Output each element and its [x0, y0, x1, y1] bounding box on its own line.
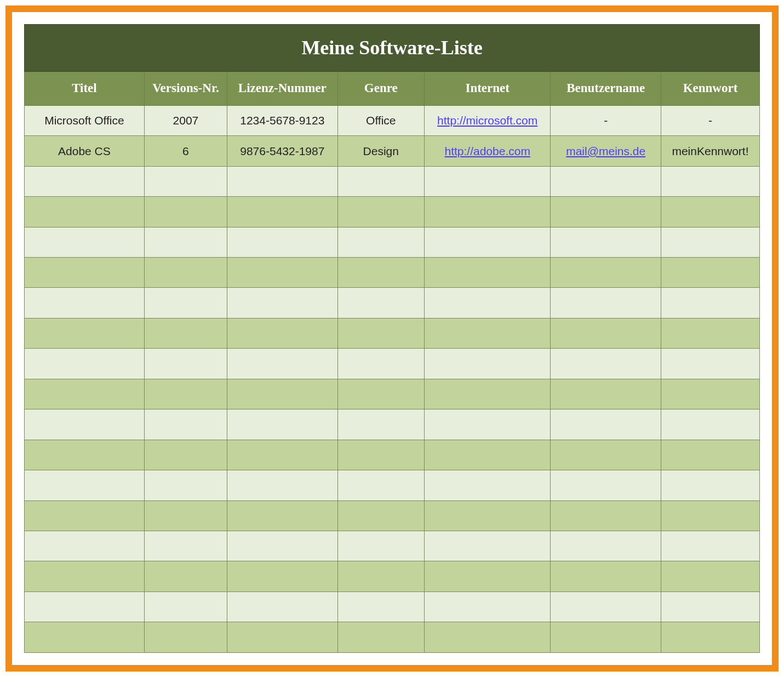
cell-internet: http://adobe.com	[424, 136, 550, 166]
table-row	[25, 379, 760, 409]
software-list-table: Meine Software-Liste Titel Versions-Nr. …	[24, 24, 760, 653]
table-row: Microsoft Office 2007 1234-5678-9123 Off…	[25, 105, 760, 135]
cell-kennwort: meinKennwort!	[661, 136, 759, 166]
col-header-lizenz: Lizenz-Nummer	[227, 71, 338, 105]
cell-benutzer: -	[551, 105, 661, 135]
cell-genre: Design	[337, 136, 424, 166]
col-header-kennwort: Kennwort	[661, 71, 759, 105]
table-title: Meine Software-Liste	[25, 25, 760, 72]
table-row	[25, 470, 760, 500]
table-row	[25, 166, 760, 196]
table-row	[25, 622, 760, 653]
table-row	[25, 531, 760, 561]
table-row	[25, 591, 760, 622]
cell-version: 2007	[144, 105, 227, 135]
cell-titel: Microsoft Office	[25, 105, 145, 135]
table-row	[25, 288, 760, 318]
col-header-internet: Internet	[424, 71, 550, 105]
email-link[interactable]: mail@meins.de	[566, 145, 645, 157]
table-row	[25, 500, 760, 531]
table-title-row: Meine Software-Liste	[25, 25, 760, 72]
document-frame: Meine Software-Liste Titel Versions-Nr. …	[5, 5, 779, 672]
col-header-genre: Genre	[337, 71, 424, 105]
cell-titel: Adobe CS	[25, 136, 145, 166]
table-row	[25, 227, 760, 257]
table-row: Adobe CS 6 9876-5432-1987 Design http://…	[25, 136, 760, 166]
cell-lizenz: 9876-5432-1987	[227, 136, 338, 166]
internet-link[interactable]: http://adobe.com	[444, 145, 530, 157]
col-header-titel: Titel	[25, 71, 145, 105]
table-row	[25, 318, 760, 348]
cell-benutzer: mail@meins.de	[551, 136, 661, 166]
col-header-benutzer: Benutzername	[551, 71, 661, 105]
internet-link[interactable]: http://microsoft.com	[437, 114, 537, 127]
table-header-row: Titel Versions-Nr. Lizenz-Nummer Genre I…	[25, 71, 760, 105]
cell-version: 6	[144, 136, 227, 166]
table-row	[25, 197, 760, 227]
cell-kennwort: -	[661, 105, 759, 135]
table-row	[25, 561, 760, 591]
table-row	[25, 440, 760, 470]
col-header-version: Versions-Nr.	[144, 71, 227, 105]
cell-genre: Office	[337, 105, 424, 135]
cell-internet: http://microsoft.com	[424, 105, 550, 135]
table-row	[25, 409, 760, 440]
cell-lizenz: 1234-5678-9123	[227, 105, 338, 135]
table-row	[25, 349, 760, 379]
table-row	[25, 258, 760, 288]
